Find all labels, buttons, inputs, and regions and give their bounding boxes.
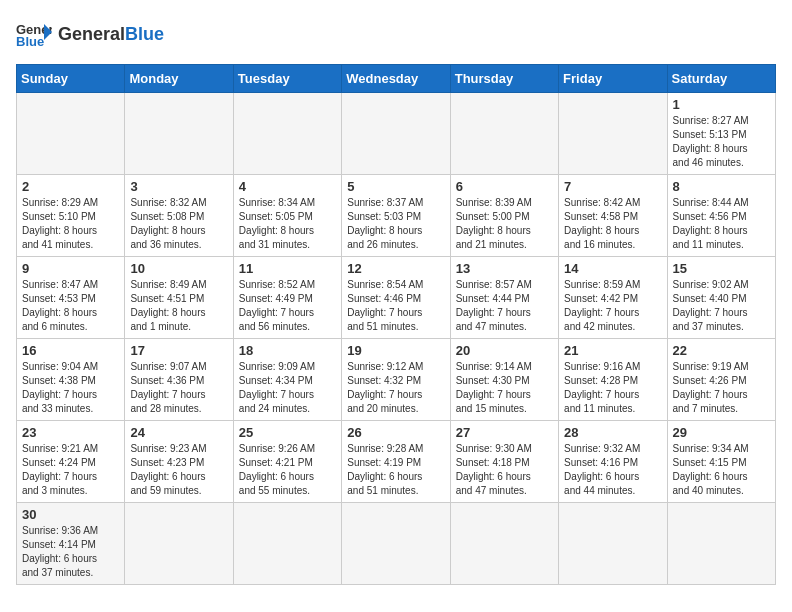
day-number: 7 [564, 179, 661, 194]
header-monday: Monday [125, 65, 233, 93]
day-info: Sunrise: 8:47 AM Sunset: 4:53 PM Dayligh… [22, 278, 119, 334]
day-number: 22 [673, 343, 770, 358]
day-number: 26 [347, 425, 444, 440]
calendar-cell: 29Sunrise: 9:34 AM Sunset: 4:15 PM Dayli… [667, 421, 775, 503]
calendar-cell: 15Sunrise: 9:02 AM Sunset: 4:40 PM Dayli… [667, 257, 775, 339]
calendar-cell [342, 503, 450, 585]
day-info: Sunrise: 9:26 AM Sunset: 4:21 PM Dayligh… [239, 442, 336, 498]
day-info: Sunrise: 8:32 AM Sunset: 5:08 PM Dayligh… [130, 196, 227, 252]
day-number: 12 [347, 261, 444, 276]
day-info: Sunrise: 9:28 AM Sunset: 4:19 PM Dayligh… [347, 442, 444, 498]
day-info: Sunrise: 8:57 AM Sunset: 4:44 PM Dayligh… [456, 278, 553, 334]
logo-icon: General Blue [16, 16, 52, 52]
day-info: Sunrise: 8:34 AM Sunset: 5:05 PM Dayligh… [239, 196, 336, 252]
calendar-cell [233, 93, 341, 175]
page-header: General Blue GeneralBlue [16, 16, 776, 52]
day-number: 25 [239, 425, 336, 440]
day-number: 18 [239, 343, 336, 358]
day-info: Sunrise: 8:49 AM Sunset: 4:51 PM Dayligh… [130, 278, 227, 334]
day-number: 5 [347, 179, 444, 194]
calendar-cell [17, 93, 125, 175]
day-number: 2 [22, 179, 119, 194]
day-info: Sunrise: 8:52 AM Sunset: 4:49 PM Dayligh… [239, 278, 336, 334]
calendar-cell [667, 503, 775, 585]
day-number: 1 [673, 97, 770, 112]
calendar-cell: 12Sunrise: 8:54 AM Sunset: 4:46 PM Dayli… [342, 257, 450, 339]
day-info: Sunrise: 9:34 AM Sunset: 4:15 PM Dayligh… [673, 442, 770, 498]
calendar-cell [125, 503, 233, 585]
day-number: 9 [22, 261, 119, 276]
calendar-cell: 7Sunrise: 8:42 AM Sunset: 4:58 PM Daylig… [559, 175, 667, 257]
day-number: 15 [673, 261, 770, 276]
calendar-cell: 13Sunrise: 8:57 AM Sunset: 4:44 PM Dayli… [450, 257, 558, 339]
calendar-cell [125, 93, 233, 175]
calendar-cell [233, 503, 341, 585]
calendar-week-1: 1Sunrise: 8:27 AM Sunset: 5:13 PM Daylig… [17, 93, 776, 175]
day-info: Sunrise: 9:02 AM Sunset: 4:40 PM Dayligh… [673, 278, 770, 334]
calendar-cell: 1Sunrise: 8:27 AM Sunset: 5:13 PM Daylig… [667, 93, 775, 175]
day-number: 16 [22, 343, 119, 358]
day-info: Sunrise: 9:16 AM Sunset: 4:28 PM Dayligh… [564, 360, 661, 416]
day-info: Sunrise: 8:29 AM Sunset: 5:10 PM Dayligh… [22, 196, 119, 252]
header-thursday: Thursday [450, 65, 558, 93]
day-info: Sunrise: 9:12 AM Sunset: 4:32 PM Dayligh… [347, 360, 444, 416]
day-number: 23 [22, 425, 119, 440]
calendar-cell: 26Sunrise: 9:28 AM Sunset: 4:19 PM Dayli… [342, 421, 450, 503]
calendar-cell: 25Sunrise: 9:26 AM Sunset: 4:21 PM Dayli… [233, 421, 341, 503]
day-number: 8 [673, 179, 770, 194]
calendar-cell [559, 503, 667, 585]
calendar-header-row: SundayMondayTuesdayWednesdayThursdayFrid… [17, 65, 776, 93]
calendar-cell: 5Sunrise: 8:37 AM Sunset: 5:03 PM Daylig… [342, 175, 450, 257]
calendar-week-2: 2Sunrise: 8:29 AM Sunset: 5:10 PM Daylig… [17, 175, 776, 257]
day-number: 10 [130, 261, 227, 276]
day-info: Sunrise: 8:39 AM Sunset: 5:00 PM Dayligh… [456, 196, 553, 252]
day-info: Sunrise: 9:32 AM Sunset: 4:16 PM Dayligh… [564, 442, 661, 498]
calendar-cell: 28Sunrise: 9:32 AM Sunset: 4:16 PM Dayli… [559, 421, 667, 503]
day-number: 13 [456, 261, 553, 276]
calendar-cell: 19Sunrise: 9:12 AM Sunset: 4:32 PM Dayli… [342, 339, 450, 421]
day-info: Sunrise: 9:14 AM Sunset: 4:30 PM Dayligh… [456, 360, 553, 416]
calendar-cell: 10Sunrise: 8:49 AM Sunset: 4:51 PM Dayli… [125, 257, 233, 339]
calendar-cell: 4Sunrise: 8:34 AM Sunset: 5:05 PM Daylig… [233, 175, 341, 257]
day-number: 28 [564, 425, 661, 440]
day-info: Sunrise: 9:21 AM Sunset: 4:24 PM Dayligh… [22, 442, 119, 498]
day-number: 20 [456, 343, 553, 358]
calendar-week-3: 9Sunrise: 8:47 AM Sunset: 4:53 PM Daylig… [17, 257, 776, 339]
svg-text:Blue: Blue [16, 34, 44, 49]
calendar-cell [559, 93, 667, 175]
calendar-cell: 18Sunrise: 9:09 AM Sunset: 4:34 PM Dayli… [233, 339, 341, 421]
calendar-week-5: 23Sunrise: 9:21 AM Sunset: 4:24 PM Dayli… [17, 421, 776, 503]
day-info: Sunrise: 9:19 AM Sunset: 4:26 PM Dayligh… [673, 360, 770, 416]
calendar-cell [450, 93, 558, 175]
day-info: Sunrise: 9:09 AM Sunset: 4:34 PM Dayligh… [239, 360, 336, 416]
logo: General Blue GeneralBlue [16, 16, 164, 52]
day-info: Sunrise: 9:04 AM Sunset: 4:38 PM Dayligh… [22, 360, 119, 416]
calendar-cell: 9Sunrise: 8:47 AM Sunset: 4:53 PM Daylig… [17, 257, 125, 339]
day-info: Sunrise: 8:54 AM Sunset: 4:46 PM Dayligh… [347, 278, 444, 334]
day-number: 17 [130, 343, 227, 358]
calendar-cell: 17Sunrise: 9:07 AM Sunset: 4:36 PM Dayli… [125, 339, 233, 421]
header-wednesday: Wednesday [342, 65, 450, 93]
calendar-cell: 24Sunrise: 9:23 AM Sunset: 4:23 PM Dayli… [125, 421, 233, 503]
calendar-cell: 27Sunrise: 9:30 AM Sunset: 4:18 PM Dayli… [450, 421, 558, 503]
calendar-cell: 30Sunrise: 9:36 AM Sunset: 4:14 PM Dayli… [17, 503, 125, 585]
calendar-cell: 6Sunrise: 8:39 AM Sunset: 5:00 PM Daylig… [450, 175, 558, 257]
day-number: 11 [239, 261, 336, 276]
day-number: 14 [564, 261, 661, 276]
calendar-cell: 3Sunrise: 8:32 AM Sunset: 5:08 PM Daylig… [125, 175, 233, 257]
day-number: 27 [456, 425, 553, 440]
day-number: 3 [130, 179, 227, 194]
header-friday: Friday [559, 65, 667, 93]
logo-general: General [58, 24, 125, 44]
day-info: Sunrise: 9:36 AM Sunset: 4:14 PM Dayligh… [22, 524, 119, 580]
day-info: Sunrise: 8:37 AM Sunset: 5:03 PM Dayligh… [347, 196, 444, 252]
calendar-cell: 23Sunrise: 9:21 AM Sunset: 4:24 PM Dayli… [17, 421, 125, 503]
calendar-cell: 21Sunrise: 9:16 AM Sunset: 4:28 PM Dayli… [559, 339, 667, 421]
day-info: Sunrise: 9:07 AM Sunset: 4:36 PM Dayligh… [130, 360, 227, 416]
calendar-cell: 14Sunrise: 8:59 AM Sunset: 4:42 PM Dayli… [559, 257, 667, 339]
calendar: SundayMondayTuesdayWednesdayThursdayFrid… [16, 64, 776, 585]
day-number: 6 [456, 179, 553, 194]
calendar-cell: 16Sunrise: 9:04 AM Sunset: 4:38 PM Dayli… [17, 339, 125, 421]
day-info: Sunrise: 9:23 AM Sunset: 4:23 PM Dayligh… [130, 442, 227, 498]
day-info: Sunrise: 8:42 AM Sunset: 4:58 PM Dayligh… [564, 196, 661, 252]
